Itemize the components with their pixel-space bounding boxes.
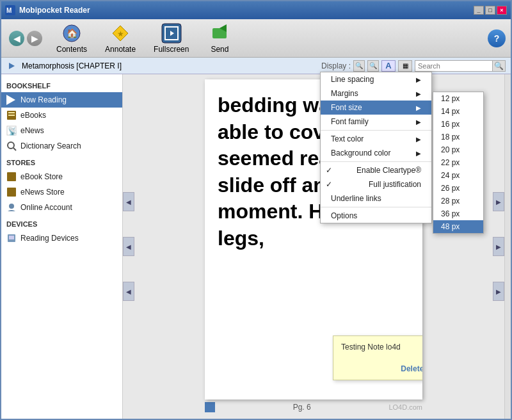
app-icon: M [5,5,15,15]
svg-rect-20 [7,188,16,197]
maximize-button[interactable]: □ [485,6,495,15]
zoom-in-button[interactable]: 🔍 [353,60,365,72]
submenu-28px[interactable]: 28 px [433,195,483,207]
close-button[interactable]: × [497,6,507,15]
sidebar-item-now-reading[interactable]: Now Reading [1,92,122,108]
menu-item-text-color[interactable]: Text color ▶ [321,132,431,146]
submenu-36px[interactable]: 36 px [433,207,483,220]
sidebar-item-enews[interactable]: 📡 eNews [1,123,122,138]
menu-item-font-family[interactable]: Font family ▶ [321,115,431,129]
svg-text:M: M [6,7,12,14]
text-color-arrow: ▶ [416,136,421,143]
justification-label: Full justification [369,180,421,189]
bookshelf-section-header: BOOKSHELF [1,79,122,92]
submenu-26px[interactable]: 26 px [433,182,483,195]
contents-icon: 🏠 [61,23,82,44]
menu-item-justification[interactable]: ✓ Full justification [321,177,431,191]
contents-button[interactable]: 🏠 Contents [50,20,93,56]
help-button[interactable]: ? [488,29,506,47]
left-nav: ◀ ◀ ◀ [123,192,134,301]
zoom-out-button[interactable]: 🔍 [367,60,379,72]
menu-item-cleartype[interactable]: ✓ Enable Cleartype® [321,163,431,177]
submenu-18px[interactable]: 18 px [433,131,483,143]
submenu-20px[interactable]: 20 px [433,143,483,156]
svg-point-17 [8,142,14,149]
submenu-14px[interactable]: 14 px [433,105,483,118]
line-spacing-arrow: ▶ [416,76,421,83]
justification-check: ✓ [326,180,332,189]
next-page-top[interactable]: ▶ [493,192,504,211]
submenu-16px[interactable]: 16 px [433,118,483,131]
line-spacing-label: Line spacing [331,75,374,84]
sidebar-item-ebook-store[interactable]: eBook Store [1,169,122,184]
next-page-mid[interactable]: ▶ [493,237,504,256]
fullscreen-button[interactable]: Fullscreen [147,20,195,56]
annotate-button[interactable]: ★ Annotate [99,20,142,56]
margins-arrow: ▶ [416,90,421,97]
menu-separator-1 [321,130,431,131]
zoom-out-icon: 🔍 [369,62,377,69]
note-delete-button[interactable]: Delete [401,364,422,373]
search-button[interactable]: 🔍 [492,61,505,71]
window-controls: _ □ × [474,6,507,15]
menu-item-margins[interactable]: Margins ▶ [321,86,431,101]
sidebar: BOOKSHELF Now Reading eBooks 📡 eNews [1,74,123,419]
bg-color-arrow: ▶ [416,150,421,157]
menu-item-underline[interactable]: Underline links [321,191,431,206]
font-family-label: Font family [331,117,369,126]
send-button[interactable]: Send [200,20,239,56]
options-label: Options [331,211,357,220]
sidebar-item-reading-devices[interactable]: Reading Devices [1,230,122,246]
minimize-button[interactable]: _ [474,6,484,15]
search-box: 🔍 [415,60,506,72]
bg-color-label: Background color [331,149,390,158]
page-status: Pg. 6 LO4D.com [205,402,422,412]
enews-label: eNews [20,126,44,135]
sidebar-item-ebooks[interactable]: eBooks [1,108,122,123]
prev-page-mid[interactable]: ◀ [123,237,134,256]
submenu-24px[interactable]: 24 px [433,169,483,182]
watermark: LO4D.com [388,403,422,411]
back-forward-buttons[interactable]: ◀ ▶ [6,28,45,49]
ebook-store-icon [6,172,17,182]
account-icon [6,202,17,213]
prev-page-bot[interactable]: ◀ [123,282,134,301]
menu-separator-3 [321,207,431,207]
svg-text:🏠: 🏠 [67,28,78,39]
dictionary-icon [6,141,17,151]
forward-button[interactable]: ▶ [27,31,42,46]
prev-page-top[interactable]: ◀ [123,192,134,211]
toolbar: ◀ ▶ 🏠 Contents ★ Annotate [1,19,511,58]
right-nav: ▶ ▶ ▶ [493,192,504,301]
now-reading-icon [6,95,17,105]
sidebar-item-enews-store[interactable]: eNews Store [1,184,122,200]
menu-item-bg-color[interactable]: Background color ▶ [321,146,431,160]
enews-store-icon [6,187,17,197]
chapter-label: Metamorphosis [CHAPTER I] [22,61,122,70]
zoom-in-icon: 🔍 [355,62,363,69]
svg-rect-23 [9,236,14,239]
reading-devices-label: Reading Devices [20,234,79,243]
menu-item-font-size[interactable]: Font size ▶ [321,101,431,115]
send-icon [209,23,230,44]
font-icon: A [385,61,391,70]
menu-item-options[interactable]: Options [321,209,431,223]
submenu-48px[interactable]: 48 px [433,220,483,233]
page-label: Pg. 6 [293,403,311,412]
layout-button[interactable]: ▦ [398,60,412,72]
title-bar: M Mobipocket Reader _ □ × [1,1,511,19]
sidebar-item-online-account[interactable]: Online Account [1,200,122,215]
layout-icon: ▦ [403,62,408,69]
submenu-22px[interactable]: 22 px [433,156,483,169]
back-button[interactable]: ◀ [9,31,24,46]
sidebar-item-dictionary[interactable]: Dictionary Search [1,138,122,154]
font-size-submenu: 12 px 14 px 16 px 18 px 20 px 22 px 24 p… [433,92,484,234]
search-input[interactable] [415,61,492,71]
next-page-bot[interactable]: ▶ [493,282,504,301]
back-icon: ◀ [13,33,20,44]
menu-item-line-spacing[interactable]: Line spacing ▶ [321,72,431,86]
font-settings-button[interactable]: A [381,60,396,72]
help-icon: ? [494,33,500,44]
submenu-12px[interactable]: 12 px [433,92,483,105]
display-section: Display : 🔍 🔍 A ▦ 🔍 [321,60,506,72]
